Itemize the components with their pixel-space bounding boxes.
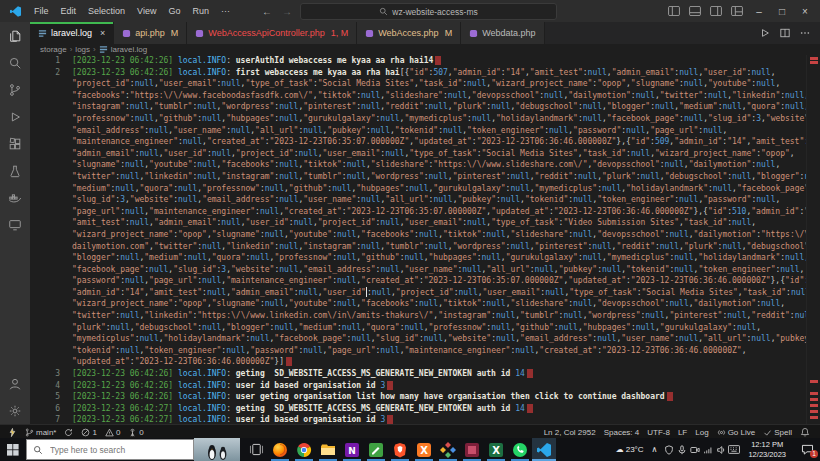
volume-icon[interactable]: [714, 438, 727, 461]
source-control-icon[interactable]: [0, 76, 30, 103]
status-sync[interactable]: [60, 428, 77, 437]
tab-webaccessapicontroller-php[interactable]: WebAccessApiController.php1, M: [187, 22, 357, 44]
status-spell[interactable]: Spell: [759, 428, 796, 437]
more-actions-icon[interactable]: [800, 28, 810, 38]
explorer-icon[interactable]: [0, 22, 30, 49]
log-row-text[interactable]: "wizard_project_name":"opop","slugname":…: [72, 229, 820, 241]
tab-api-php[interactable]: api.phpM: [114, 22, 187, 44]
log-row-text[interactable]: [2023-12-23 06:42:26] local.INFO: first …: [72, 67, 820, 79]
news-widget-image[interactable]: [194, 438, 240, 461]
taskbar-app-onenote[interactable]: N: [340, 438, 364, 461]
log-row-text[interactable]: "mymedicplus":null,"holidaylandmark":nul…: [72, 333, 820, 345]
log-row-text[interactable]: [2023-12-23 06:42:27] local.INFO: geting…: [72, 403, 820, 415]
breadcrumb-item-storage[interactable]: storage: [40, 45, 67, 54]
breadcrumb-item-laravel-log[interactable]: laravel.log: [111, 45, 147, 54]
taskbar-app-notes-app[interactable]: [364, 438, 388, 461]
log-row-text[interactable]: "project_id":null,"user_email":null,"typ…: [72, 78, 820, 90]
status-go-live[interactable]: Go Live: [713, 428, 760, 437]
log-row-text[interactable]: "admin_email":null,"user_id":null,"proje…: [72, 148, 820, 160]
docker-icon[interactable]: [0, 184, 30, 211]
customize-layout-icon[interactable]: [731, 6, 743, 16]
taskbar-app-task-view[interactable]: [244, 438, 268, 461]
menu-more[interactable]: ···: [215, 6, 236, 16]
status-main-[interactable]: main*: [21, 428, 60, 437]
log-row-text[interactable]: [2023-12-23 06:42:26] local.INFO: geting…: [72, 368, 820, 380]
status-0[interactable]: 0: [101, 428, 124, 437]
log-row-text[interactable]: "page_url":null,"maintenance_engineer":n…: [72, 206, 820, 218]
log-row-text[interactable]: "tokenid":null,"token_engineer":null,"pa…: [72, 345, 820, 357]
network-icon[interactable]: [701, 438, 714, 461]
menu-file[interactable]: File: [28, 6, 55, 16]
taskbar-app-diagrams-app[interactable]: [436, 438, 460, 461]
log-row-text[interactable]: "instagram":null,"tumblr":null,"wordpres…: [72, 101, 820, 113]
log-row-text[interactable]: "maintenance_engineer":null,"created_at"…: [72, 136, 820, 148]
log-row-text[interactable]: [2023-12-23 06:42:27] local.INFO: user i…: [72, 414, 820, 424]
menu-go[interactable]: Go: [162, 6, 186, 16]
breadcrumb-item-logs[interactable]: logs: [75, 45, 90, 54]
camera-icon[interactable]: [688, 438, 701, 461]
taskbar-app-vscode[interactable]: [532, 438, 556, 461]
log-row-text[interactable]: "professnow":null,"github":null,"hubpage…: [72, 113, 820, 125]
toggle-panel-icon[interactable]: [689, 6, 701, 16]
close-button[interactable]: ×: [798, 6, 812, 17]
taskbar-app-whatsapp[interactable]: [508, 438, 532, 461]
keyboard-icon[interactable]: [727, 438, 740, 461]
tab-laravel-log[interactable]: laravel.log×: [30, 22, 114, 44]
log-row-text[interactable]: "twitter":null,"linkedin":"https:\/\/www…: [72, 310, 820, 322]
log-row-text[interactable]: "twitter":null,"linkedin":null,"instagra…: [72, 171, 820, 183]
status-1[interactable]: 1: [77, 428, 100, 437]
toggle-secondary-sidebar-icon[interactable]: [710, 6, 722, 16]
search-icon[interactable]: [0, 49, 30, 76]
log-row-text[interactable]: "facebook_page":null,"slug_id":3,"websit…: [72, 264, 820, 276]
tab-webdata-php[interactable]: Webdata.php: [461, 22, 544, 44]
editor-pane[interactable]: 1[2023-12-23 06:42:26] local.INFO: userA…: [30, 55, 820, 424]
taskbar-app-file-explorer[interactable]: [316, 438, 340, 461]
status-lf[interactable]: LF: [674, 428, 691, 437]
menu-view[interactable]: View: [131, 6, 162, 16]
extensions-icon[interactable]: [0, 130, 30, 157]
log-row-text[interactable]: "email_address":null,"user_name":null,"a…: [72, 125, 820, 137]
breadcrumb[interactable]: storage›logs›laravel.log: [30, 44, 820, 55]
command-center-search[interactable]: wz-website-access-ms: [300, 3, 557, 20]
taskbar-app-firefox[interactable]: [268, 438, 292, 461]
log-row-text[interactable]: "password":null,"page_url":null,"mainten…: [72, 275, 820, 287]
menu-selection[interactable]: Selection: [82, 6, 131, 16]
chevron-up-icon[interactable]: ∧: [649, 445, 661, 454]
log-row-text[interactable]: [2023-12-23 06:42:26] local.INFO: user g…: [72, 391, 820, 403]
split-editor-icon[interactable]: [780, 28, 790, 38]
status-bell[interactable]: [796, 427, 814, 437]
testing-icon[interactable]: [0, 157, 30, 184]
log-row-text[interactable]: [2023-12-23 06:42:26] local.INFO: user i…: [72, 380, 820, 392]
forward-arrow-icon[interactable]: →: [282, 6, 292, 17]
mic-icon[interactable]: [675, 438, 688, 461]
minimize-button[interactable]: –: [752, 6, 766, 17]
status-0[interactable]: 0: [124, 428, 147, 437]
log-row-text[interactable]: "admin_id":"14","amit_test":null,"admin_…: [72, 287, 820, 299]
log-row-text[interactable]: "slugname":null,"youtube":null,"facebook…: [72, 159, 820, 171]
log-row-text[interactable]: "facebooks":"https:\/\/www.faceboodasfas…: [72, 90, 820, 102]
log-row-text[interactable]: "blogger":null,"medium":null,"quora":nul…: [72, 252, 820, 264]
back-arrow-icon[interactable]: ←: [262, 6, 272, 17]
taskbar-app-excel[interactable]: X: [484, 438, 508, 461]
log-row-text[interactable]: "medium":null,"quora":null,"professnow":…: [72, 183, 820, 195]
toggle-sidebar-icon[interactable]: [668, 6, 680, 16]
run-icon[interactable]: [760, 28, 770, 38]
run-and-debug-icon[interactable]: [0, 103, 30, 130]
notification-center-button[interactable]: 1: [794, 438, 820, 461]
log-row-text[interactable]: "wizard_project_name":"opop","slugname":…: [72, 298, 820, 310]
tab-webacces-php[interactable]: WebAcces.phpM: [357, 22, 461, 44]
taskbar-clock[interactable]: 12:12 PM 12/23/2023: [742, 440, 792, 460]
close-icon[interactable]: ×: [100, 28, 105, 38]
account-icon[interactable]: [0, 370, 30, 397]
taskbar-app-photos-app[interactable]: [460, 438, 484, 461]
taskbar-search-input[interactable]: [48, 444, 172, 456]
status-log[interactable]: Log: [691, 428, 712, 437]
start-button[interactable]: [0, 438, 26, 461]
maximize-button[interactable]: □: [775, 6, 789, 17]
shield-icon[interactable]: [662, 438, 675, 461]
status-ln-2-col-2952[interactable]: Ln 2, Col 2952: [540, 428, 600, 437]
remote-explorer-icon[interactable]: [0, 211, 30, 238]
log-row-text[interactable]: "plurk":null,"debugschool":null,"blogger…: [72, 322, 820, 334]
status-utf-8[interactable]: UTF-8: [643, 428, 674, 437]
weather-widget[interactable]: ☁ 23°C: [613, 445, 647, 454]
